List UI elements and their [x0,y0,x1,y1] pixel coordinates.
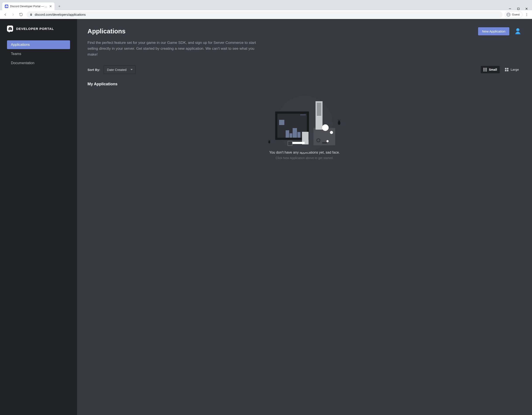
svg-point-4 [527,15,527,16]
view-large-button[interactable]: Large [502,66,522,73]
main-content: Applications New Application Find the pe… [77,19,532,415]
sidebar-item-label: Documentation [11,61,35,65]
browser-menu-button[interactable] [523,11,530,18]
page-header: Applications New Application [87,27,522,35]
empty-state: You don't have any applications yet, sad… [87,108,522,160]
browser-tab[interactable]: Discord Developer Portal — My / ✕ [2,2,55,10]
view-toggle: Small Large [481,66,522,73]
browser-toolbar: discord.com/developers/applications Gues… [0,10,532,19]
minimize-icon[interactable] [508,7,512,10]
sort-selected-value: Date Created [107,68,126,72]
brand[interactable]: DEVELOPER PORTAL [7,26,70,32]
discord-favicon [5,5,8,8]
discord-logo-icon [7,26,13,32]
svg-point-2 [527,13,527,14]
tab-strip: Discord Developer Portal — My / ✕ [0,2,508,10]
section-heading: My Applications [87,82,522,86]
sidebar-item-teams[interactable]: Teams [7,49,70,58]
svg-point-1 [508,14,509,15]
sidebar-item-label: Teams [11,52,21,56]
reload-button[interactable] [18,11,24,18]
browser-titlebar: Discord Developer Portal — My / ✕ [0,0,532,10]
svg-rect-0 [517,8,519,9]
grid-small-icon [483,68,487,71]
close-window-icon[interactable] [525,7,528,10]
sort-label: Sort By: [87,68,100,72]
new-tab-button[interactable] [56,3,62,9]
lock-icon [30,13,32,16]
profile-label: Guest [512,13,520,16]
page-title: Applications [87,28,478,35]
maximize-icon[interactable] [517,7,520,10]
brand-title: DEVELOPER PORTAL [16,27,54,30]
user-avatar[interactable] [514,28,522,35]
page-description: Find the perfect feature set for your ga… [87,40,258,58]
view-large-label: Large [511,68,519,71]
new-application-button[interactable]: New Application [478,27,509,35]
profile-avatar-icon [506,12,511,17]
empty-illustration [274,108,335,145]
view-small-button[interactable]: Small [481,66,500,73]
sidebar-item-applications[interactable]: Applications [7,40,70,49]
forward-button[interactable] [10,11,17,18]
view-small-label: Small [489,68,497,71]
tab-close-icon[interactable]: ✕ [49,5,52,8]
sidebar-item-label: Applications [11,43,30,47]
svg-point-5 [516,28,519,31]
address-bar[interactable]: discord.com/developers/applications [27,11,503,18]
grid-large-icon [505,68,508,71]
tab-title: Discord Developer Portal — My / [10,5,48,8]
profile-chip[interactable]: Guest [505,11,522,18]
svg-point-3 [527,14,527,15]
window-controls [508,5,532,10]
back-button[interactable] [2,11,9,18]
sort-select[interactable]: Date Created [104,66,135,74]
app-root: DEVELOPER PORTAL Applications Teams Docu… [0,19,532,415]
chevron-down-icon [131,69,133,70]
toolbar: Sort By: Date Created Small Large [87,66,522,74]
sidebar-item-documentation[interactable]: Documentation [7,59,70,67]
sidebar: DEVELOPER PORTAL Applications Teams Docu… [0,19,77,415]
empty-subtitle: Click New Application above to get start… [276,156,333,160]
url-text: discord.com/developers/applications [35,13,86,16]
